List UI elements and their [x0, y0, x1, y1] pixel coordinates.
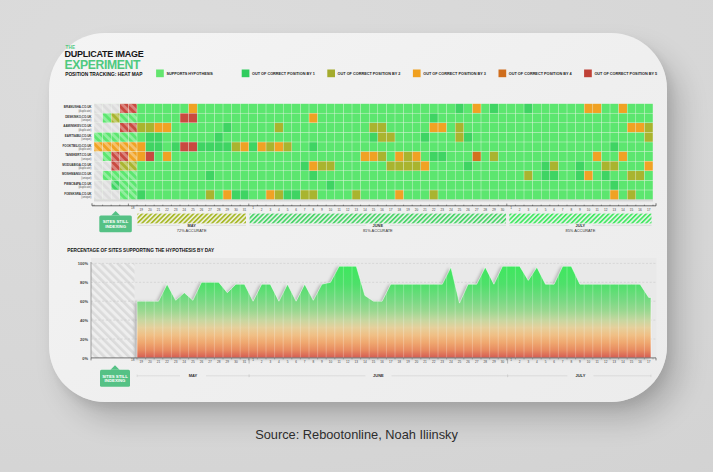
svg-text:81% ACCURATE: 81% ACCURATE [363, 228, 393, 233]
svg-text:28: 28 [217, 360, 221, 364]
svg-text:26: 26 [200, 208, 204, 212]
svg-text:17: 17 [647, 360, 651, 364]
svg-text:80%: 80% [80, 280, 88, 285]
svg-text:31: 31 [243, 360, 247, 364]
svg-text:26: 26 [200, 360, 204, 364]
svg-text:23: 23 [174, 360, 178, 364]
svg-text:18: 18 [131, 358, 135, 362]
svg-text:6: 6 [295, 360, 297, 364]
svg-text:26: 26 [466, 360, 470, 364]
svg-text:20: 20 [148, 360, 152, 364]
svg-text:12: 12 [346, 360, 350, 364]
svg-text:12: 12 [604, 208, 608, 212]
svg-text:18: 18 [398, 208, 402, 212]
svg-text:12: 12 [604, 360, 608, 364]
svg-text:23: 23 [441, 360, 445, 364]
svg-text:22: 22 [432, 208, 436, 212]
svg-text:17: 17 [389, 208, 393, 212]
svg-text:9: 9 [579, 360, 581, 364]
svg-text:17: 17 [647, 208, 651, 212]
svg-text:6: 6 [295, 208, 297, 212]
svg-text:(unique): (unique) [81, 118, 91, 122]
svg-text:10: 10 [329, 360, 333, 364]
svg-text:4: 4 [536, 208, 538, 212]
svg-text:10: 10 [329, 208, 333, 212]
svg-text:1: 1 [252, 206, 254, 210]
svg-text:27: 27 [475, 360, 479, 364]
svg-text:2: 2 [519, 360, 521, 364]
svg-text:20%: 20% [80, 337, 88, 342]
svg-text:9: 9 [321, 360, 323, 364]
svg-text:27: 27 [208, 360, 212, 364]
svg-text:14: 14 [621, 208, 625, 212]
svg-text:6: 6 [553, 208, 555, 212]
svg-text:13: 13 [355, 208, 359, 212]
svg-text:25: 25 [191, 208, 195, 212]
svg-text:(duplicate): (duplicate) [78, 166, 91, 170]
svg-text:1: 1 [252, 358, 254, 362]
svg-text:9: 9 [321, 208, 323, 212]
svg-text:31: 31 [243, 208, 247, 212]
svg-text:13: 13 [613, 360, 617, 364]
svg-text:INDEXING: INDEXING [105, 224, 126, 229]
svg-text:1: 1 [510, 358, 512, 362]
svg-text:22: 22 [165, 360, 169, 364]
svg-text:23: 23 [174, 208, 178, 212]
svg-text:3: 3 [269, 208, 271, 212]
svg-text:SUPPORTS HYPOTHESIS: SUPPORTS HYPOTHESIS [166, 72, 213, 76]
svg-text:19: 19 [140, 360, 144, 364]
svg-text:OUT OF CORRECT POSITION BY 1: OUT OF CORRECT POSITION BY 1 [252, 72, 315, 76]
svg-text:20: 20 [415, 208, 419, 212]
svg-text:10: 10 [587, 208, 591, 212]
svg-text:OUT OF CORRECT POSITION BY 2: OUT OF CORRECT POSITION BY 2 [338, 72, 401, 76]
svg-text:3: 3 [269, 360, 271, 364]
svg-text:OUT OF CORRECT POSITION BY 4: OUT OF CORRECT POSITION BY 4 [509, 72, 573, 76]
svg-text:18: 18 [131, 206, 135, 210]
svg-text:8: 8 [570, 360, 572, 364]
svg-text:21: 21 [423, 208, 427, 212]
svg-text:27: 27 [208, 208, 212, 212]
svg-text:28: 28 [217, 208, 221, 212]
svg-text:OUT OF CORRECT POSITION BY 3: OUT OF CORRECT POSITION BY 3 [423, 72, 486, 76]
svg-text:22: 22 [165, 208, 169, 212]
svg-text:19: 19 [406, 208, 410, 212]
svg-text:3: 3 [527, 208, 529, 212]
svg-text:7: 7 [304, 208, 306, 212]
svg-text:100%: 100% [78, 261, 89, 266]
svg-text:(duplicate): (duplicate) [78, 128, 91, 132]
svg-text:7: 7 [562, 208, 564, 212]
svg-text:60%: 60% [80, 299, 88, 304]
svg-text:5: 5 [287, 208, 289, 212]
svg-text:28: 28 [484, 360, 488, 364]
svg-text:MAY: MAY [189, 373, 198, 378]
svg-text:24: 24 [183, 360, 187, 364]
svg-text:29: 29 [492, 208, 496, 212]
svg-text:23: 23 [441, 208, 445, 212]
svg-text:25: 25 [191, 360, 195, 364]
svg-text:2: 2 [519, 208, 521, 212]
svg-text:7: 7 [562, 360, 564, 364]
svg-text:24: 24 [449, 208, 453, 212]
svg-text:16: 16 [638, 208, 642, 212]
svg-text:40%: 40% [80, 318, 88, 323]
svg-text:11: 11 [337, 360, 340, 364]
svg-text:4: 4 [536, 360, 538, 364]
svg-text:1: 1 [510, 206, 512, 210]
svg-text:21: 21 [157, 208, 161, 212]
svg-text:11: 11 [595, 360, 598, 364]
svg-text:19: 19 [140, 208, 144, 212]
svg-text:OUT OF CORRECT POSITION BY 5: OUT OF CORRECT POSITION BY 5 [594, 72, 657, 76]
svg-text:12: 12 [346, 208, 350, 212]
svg-text:(unique): (unique) [81, 157, 91, 161]
svg-text:25: 25 [458, 360, 462, 364]
svg-text:26: 26 [466, 208, 470, 212]
svg-text:(duplicate): (duplicate) [78, 147, 91, 151]
svg-text:85% ACCURATE: 85% ACCURATE [566, 228, 596, 233]
svg-text:4: 4 [278, 208, 280, 212]
svg-text:(unique): (unique) [81, 137, 91, 141]
svg-text:4: 4 [278, 360, 280, 364]
svg-text:14: 14 [621, 360, 625, 364]
svg-text:3: 3 [527, 360, 529, 364]
svg-text:20: 20 [148, 208, 152, 212]
svg-text:11: 11 [337, 208, 340, 212]
